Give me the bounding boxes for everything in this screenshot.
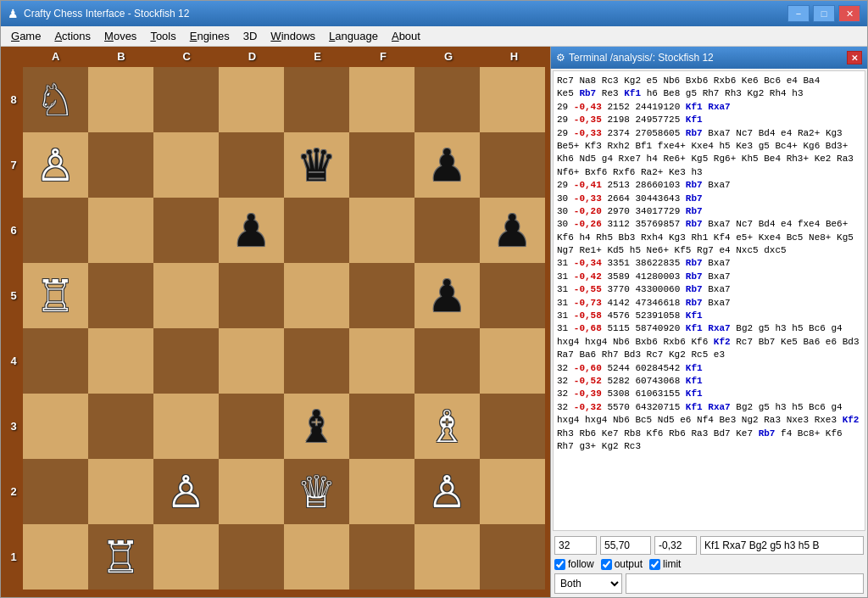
cell-a6[interactable] (23, 198, 88, 263)
limit-checkbox[interactable] (649, 559, 660, 570)
side-select[interactable]: Both White Black (554, 573, 622, 594)
cell-b4[interactable] (88, 328, 153, 394)
cell-g3[interactable]: ♗ (415, 394, 480, 459)
cell-g6[interactable] (415, 198, 480, 263)
cell-g1[interactable] (415, 524, 480, 590)
terminal-close-button[interactable]: ✕ (847, 51, 862, 64)
cell-a2[interactable] (23, 459, 88, 524)
cell-h1[interactable] (480, 524, 545, 590)
cell-d7[interactable] (219, 132, 284, 198)
cell-f5[interactable] (349, 263, 415, 328)
minimize-button[interactable]: − (787, 5, 810, 22)
row-label-6: 6 (4, 198, 23, 263)
row-label-8: 8 (4, 67, 23, 132)
extra-input[interactable] (626, 573, 864, 594)
cell-h5[interactable] (480, 263, 545, 328)
app-icon: ♟ (8, 7, 19, 20)
cell-e8[interactable] (284, 67, 349, 132)
cell-f2[interactable] (349, 459, 415, 524)
cell-b1[interactable]: ♖ (88, 524, 153, 590)
follow-checkbox[interactable] (554, 559, 565, 570)
cell-e5[interactable] (284, 263, 349, 328)
menu-engines[interactable]: Engines (183, 28, 236, 44)
cell-f7[interactable] (349, 132, 415, 198)
cell-a4[interactable] (23, 328, 88, 394)
menu-language[interactable]: Language (322, 28, 385, 44)
cell-h2[interactable] (480, 459, 545, 524)
score2-input[interactable] (654, 536, 697, 555)
cell-b8[interactable] (88, 67, 153, 132)
menu-windows[interactable]: Windows (264, 28, 322, 44)
output-checkbox[interactable] (601, 559, 612, 570)
menu-actions[interactable]: Actions (47, 28, 97, 44)
menu-3d[interactable]: 3D (236, 28, 264, 44)
cell-b3[interactable] (88, 394, 153, 459)
cell-b2[interactable] (88, 459, 153, 524)
cell-a1[interactable] (23, 524, 88, 590)
menu-game[interactable]: Game (4, 28, 47, 44)
cell-d8[interactable] (219, 67, 284, 132)
cell-c5[interactable] (153, 263, 219, 328)
menu-tools[interactable]: Tools (143, 28, 182, 44)
cell-f3[interactable] (349, 394, 415, 459)
cell-a7[interactable]: ♙ (23, 132, 88, 198)
cell-g7[interactable]: ♟ (415, 132, 480, 198)
cell-e7[interactable]: ♛ (284, 132, 349, 198)
maximize-button[interactable]: □ (813, 5, 835, 22)
cell-h8[interactable] (480, 67, 545, 132)
cell-d1[interactable] (219, 524, 284, 590)
cell-d4[interactable] (219, 328, 284, 394)
depth-input[interactable] (554, 536, 597, 555)
cell-c8[interactable] (153, 67, 219, 132)
cell-h6[interactable]: ♟ (480, 198, 545, 263)
move-input[interactable] (700, 536, 864, 555)
black-pawn-d6: ♟ (231, 209, 271, 253)
cell-b5[interactable] (88, 263, 153, 328)
cell-d6[interactable]: ♟ (219, 198, 284, 263)
cell-f4[interactable] (349, 328, 415, 394)
col-b: B (88, 50, 153, 67)
col-f: F (350, 50, 415, 67)
score1-input[interactable] (600, 536, 651, 555)
cell-d2[interactable] (219, 459, 284, 524)
cell-d5[interactable] (219, 263, 284, 328)
cell-a8[interactable]: ♘ (23, 67, 88, 132)
cell-e2[interactable]: ♕ (284, 459, 349, 524)
cell-d3[interactable] (219, 394, 284, 459)
cell-c4[interactable] (153, 328, 219, 394)
menu-about[interactable]: About (385, 28, 427, 44)
cell-e6[interactable] (284, 198, 349, 263)
cell-b7[interactable] (88, 132, 153, 198)
terminal-output[interactable]: Rc7 Na8 Rc3 Kg2 e5 Nb6 Bxb6 Rxb6 Ke6 Bc6… (553, 70, 865, 531)
cell-c3[interactable] (153, 394, 219, 459)
cell-g4[interactable] (415, 328, 480, 394)
follow-checkbox-label[interactable]: follow (554, 558, 594, 570)
cell-e1[interactable] (284, 524, 349, 590)
cell-h4[interactable] (480, 328, 545, 394)
cell-h3[interactable] (480, 394, 545, 459)
menu-moves[interactable]: Moves (97, 28, 143, 44)
board-wrapper: A B C D E F G H 8 ♘ (4, 50, 547, 590)
cell-g8[interactable] (415, 67, 480, 132)
cell-f8[interactable] (349, 67, 415, 132)
rank-3-row: ♝ ♗ (23, 394, 545, 459)
cell-g2[interactable]: ♙ (415, 459, 480, 524)
cell-c1[interactable] (153, 524, 219, 590)
limit-checkbox-label[interactable]: limit (649, 558, 681, 570)
cell-f1[interactable] (349, 524, 415, 590)
close-button[interactable]: ✕ (838, 5, 860, 22)
cell-c7[interactable] (153, 132, 219, 198)
cell-a5[interactable]: ♖ (23, 263, 88, 328)
cell-e3[interactable]: ♝ (284, 394, 349, 459)
cell-e4[interactable] (284, 328, 349, 394)
cell-b6[interactable] (88, 198, 153, 263)
cell-g5[interactable]: ♟ (415, 263, 480, 328)
cell-c6[interactable] (153, 198, 219, 263)
rank-2-row: ♙ ♕ ♙ (23, 459, 545, 524)
main-window: ♟ Crafty Chess Interface - Stockfish 12 … (0, 0, 868, 598)
output-checkbox-label[interactable]: output (601, 558, 643, 570)
cell-f6[interactable] (349, 198, 415, 263)
cell-h7[interactable] (480, 132, 545, 198)
cell-a3[interactable] (23, 394, 88, 459)
cell-c2[interactable]: ♙ (153, 459, 219, 524)
